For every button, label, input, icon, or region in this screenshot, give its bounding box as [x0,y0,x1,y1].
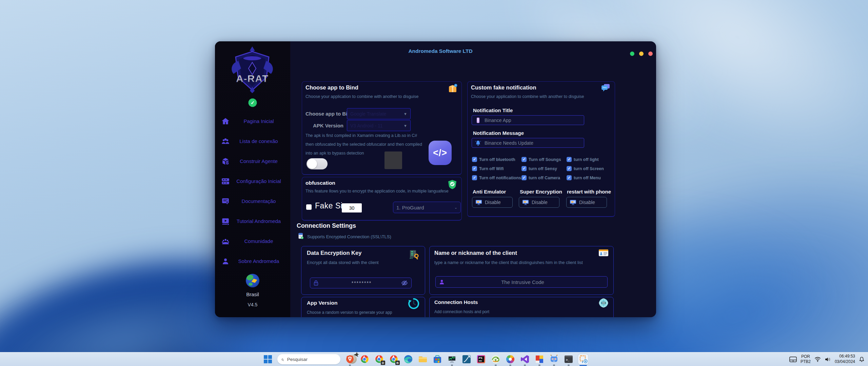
restart-with-phone-button[interactable]: Disable [566,197,607,208]
id-card-icon [598,249,609,258]
code-icon: </> [429,141,452,165]
system-tray: POR PTB2 06:49:53 03/04/2024 [789,352,865,366]
checkbox-turn-off-screen[interactable]: ✓ turn off Screen [567,166,612,171]
checkbox-turn-off-bluetooth[interactable]: ✓ Turn off bluetooth [472,157,521,162]
sidebar-item-label: Tutorial Andromeda [230,218,288,224]
checkbox-turn-off-notifications[interactable]: ✓ Turn off notifications [472,175,521,180]
clock[interactable]: 06:49:53 03/04/2024 [835,354,855,364]
fake-size-checkbox[interactable] [306,204,312,210]
close-button[interactable] [648,52,653,56]
checkbox-turn-off-soungs[interactable]: ✓ Turn off Soungs [521,157,567,162]
app-icon-placeholder [384,151,402,169]
sidebar-item-lista-de-conexao[interactable]: Lista de conexão [218,131,288,151]
svg-text:DNS: DNS [602,302,605,304]
language-indicator[interactable]: POR PTB2 [801,354,811,364]
sidebar-item-comunidade[interactable]: Comunidade [218,231,288,251]
restart-with-phone-value: Disable [579,200,595,205]
sidebar-item-sobre-andromeda[interactable]: Sobre Andromeda [218,251,288,271]
sidebar-item-documentacao[interactable]: Documentação [218,191,288,211]
app-version-subtitle: Choose a random version to generate your… [307,310,392,315]
chevron-down-icon: ⌄ [454,205,460,210]
checkbox-turn-off-light[interactable]: ✓ turn off light [567,157,612,162]
super-encryption-label: Super Encryption [520,189,562,195]
taskbar-app-chrome-profile-d[interactable]: D [374,354,384,364]
connections-icon [221,137,230,146]
taskbar-app-microsoft-store[interactable] [432,354,442,364]
taskbar-app-chrome-profile-b[interactable]: B [389,354,399,364]
nickname-field[interactable] [435,276,608,288]
notification-title-field[interactable] [472,115,584,125]
taskbar-app-chameleon[interactable] [491,354,501,364]
taskbar-app-brave[interactable] [345,354,355,364]
taskbar-app-robot[interactable] [549,354,559,364]
monitor-icon [570,200,576,205]
nickname-title: Name or nickname of the client [434,250,517,256]
notification-message-input[interactable] [484,140,584,146]
country-name: Brasil [215,291,290,297]
bind-toggle[interactable] [307,158,328,169]
start-button[interactable] [263,354,273,364]
dns-globe-icon: DNS [598,298,609,309]
apk-version-label: APK Version [302,123,343,128]
sidebar-item-pagina-inicial[interactable]: Pagina Inicial [218,111,288,131]
dropdown-arrow-icon: ▼ [403,124,410,128]
obfuscation-card: obfuscation This feature llows you to en… [302,177,462,221]
sidebar-item-label: Pagina Inicial [230,118,288,124]
nickname-input[interactable] [448,279,598,285]
notification-bell-icon[interactable] [859,357,865,362]
taskbar-app-visual-studio[interactable] [520,354,530,364]
taskbar-app-datagrip[interactable] [461,354,472,364]
eye-slash-icon[interactable] [401,280,408,286]
checkbox-turn-off-sensy[interactable]: ✓ turn off Sensy [521,166,567,171]
taskbar-search[interactable]: ⌕ [277,354,340,364]
volume-icon[interactable] [825,357,831,362]
monitor-icon [522,200,529,205]
taskbar-app-photos[interactable] [505,354,515,364]
checkbox-checked-icon: ✓ [472,175,477,180]
minimize-button[interactable] [630,52,634,56]
connection-settings-heading: Connection Settings [297,222,356,229]
data-encryption-title: Data Encryption Key [307,250,361,256]
encryption-key-field[interactable] [310,278,412,288]
sidebar-item-construir-agente[interactable]: Construir Agente [218,151,288,171]
maximize-button[interactable] [639,52,644,56]
notification-card: Custom fake notification Choose your app… [467,81,615,217]
phpstorm-badge: PS [479,357,482,360]
search-input[interactable] [287,357,348,362]
sidebar-item-tutorial-andromeda[interactable]: Tutorial Andromeda [218,211,288,231]
checkbox-checked-icon: ✓ [521,157,527,162]
taskbar-app-andromeda-active[interactable] [578,354,588,364]
nickname-subtitle: type a name or nickname for the client t… [434,260,583,265]
anti-emulator-button[interactable]: Disable [472,197,513,208]
taskbar-app-phpstorm[interactable]: PS [476,354,486,364]
fake-size-input[interactable] [342,203,362,212]
connection-hosts-subtitle: Add connection hosts and port [434,309,489,314]
checkbox-turn-off-wifi[interactable]: ✓ Turn off Wifi [472,166,521,171]
bind-description-3: into an apk to bypass detection [305,151,364,156]
wifi-icon[interactable] [814,357,821,362]
checkbox-turn-off-menu[interactable]: ✓ turn off Menu [567,175,612,180]
history-clock-icon [408,298,419,311]
sidebar-item-configuracao-inicial[interactable]: Configuração Inicial [218,171,288,191]
taskbar-app-task-manager[interactable] [447,354,457,364]
taskbar-app-file-explorer[interactable] [418,354,428,364]
taskbar-app-chrome[interactable] [359,354,370,364]
taskbar-app-colors[interactable] [534,354,545,364]
bind-app-dropdown[interactable]: Google Translate ▼ [347,108,411,119]
chat-bubbles-icon [600,83,611,93]
notification-title-input[interactable] [484,117,584,123]
person-icon [439,279,445,285]
encryption-key-input[interactable] [322,280,401,286]
checkbox-turn-off-camera[interactable]: ✓ turn off Camera [521,175,567,180]
taskbar-app-edge[interactable] [403,354,413,364]
obfuscator-dropdown[interactable]: 1. ProGuard ⌄ [393,202,461,213]
notification-message-label: Notification Message [473,130,524,136]
apk-version-dropdown[interactable]: V3 Android - 11 ▼ [347,120,411,131]
super-encryption-button[interactable]: Disable [519,197,559,208]
documentation-icon [221,197,230,206]
bind-app-value: Google Translate [347,111,403,117]
notification-message-field[interactable] [472,138,584,148]
touchpad-tray-icon[interactable] [789,357,797,362]
taskbar-app-terminal[interactable]: >_ [564,354,574,364]
windows-logo-icon [264,355,272,363]
